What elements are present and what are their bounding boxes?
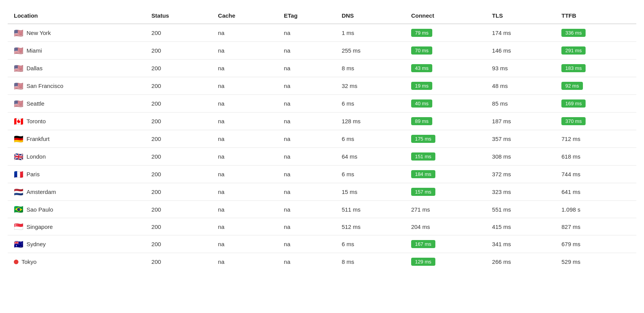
cache-cell: na: [212, 130, 277, 148]
location-name: Miami: [27, 47, 42, 54]
tls-cell: 174 ms: [486, 24, 556, 42]
tls-cell: 48 ms: [486, 77, 556, 95]
connect-badge: 157 ms: [411, 188, 435, 196]
dns-cell: 511 ms: [335, 201, 405, 218]
location-cell: 🇸🇬Singapore: [8, 218, 145, 235]
flag-icon: 🇸🇬: [14, 223, 23, 230]
dns-cell: 8 ms: [335, 60, 405, 77]
tls-cell: 146 ms: [486, 42, 556, 60]
etag-cell: na: [278, 253, 335, 271]
flag-icon: 🇦🇺: [14, 240, 23, 248]
tls-cell: 323 ms: [486, 183, 556, 201]
dns-cell: 512 ms: [335, 218, 405, 235]
column-header-tls: TLS: [486, 8, 556, 24]
connect-badge: 79 ms: [411, 29, 432, 37]
status-cell: 200: [145, 218, 212, 235]
tls-cell: 93 ms: [486, 60, 556, 77]
ttfb-cell: 169 ms: [555, 95, 636, 113]
table-row: 🇬🇧London200nana64 ms151 ms308 ms618 ms: [8, 148, 636, 166]
connect-cell: 175 ms: [405, 130, 486, 148]
connect-badge: 167 ms: [411, 240, 435, 248]
ttfb-badge: 336 ms: [561, 29, 586, 37]
etag-cell: na: [278, 42, 335, 60]
table-row: 🇳🇱Amsterdam200nana15 ms157 ms323 ms641 m…: [8, 183, 636, 201]
location-name: Sydney: [27, 241, 46, 247]
location-name: Dallas: [27, 65, 43, 71]
table-row: 🇺🇸Miami200nana255 ms70 ms146 ms291 ms: [8, 42, 636, 60]
location-cell: 🇦🇺Sydney: [8, 235, 145, 253]
ttfb-cell: 183 ms: [555, 60, 636, 77]
flag-icon: 🇩🇪: [14, 135, 23, 143]
flag-icon: 🇫🇷: [14, 171, 23, 178]
ttfb-cell: 827 ms: [555, 218, 636, 235]
location-cell: 🇨🇦Toronto: [8, 113, 145, 130]
status-cell: 200: [145, 95, 212, 113]
connect-cell: 43 ms: [405, 60, 486, 77]
status-cell: 200: [145, 166, 212, 183]
tls-cell: 187 ms: [486, 113, 556, 130]
ttfb-cell: 336 ms: [555, 24, 636, 42]
location-name: Frankfurt: [27, 136, 50, 142]
connect-cell: 184 ms: [405, 166, 486, 183]
ttfb-cell: 291 ms: [555, 42, 636, 60]
table-row: 🇦🇺Sydney200nana6 ms167 ms341 ms679 ms: [8, 235, 636, 253]
table-row: 🇸🇬Singapore200nana512 ms204 ms415 ms827 …: [8, 218, 636, 235]
connect-badge: 43 ms: [411, 64, 432, 72]
dns-cell: 64 ms: [335, 148, 405, 166]
flag-icon: 🇺🇸: [14, 47, 23, 55]
column-header-ttfb: TTFB: [555, 8, 636, 24]
connect-cell: 157 ms: [405, 183, 486, 201]
status-cell: 200: [145, 130, 212, 148]
ttfb-cell: 1.098 s: [555, 201, 636, 218]
tls-cell: 372 ms: [486, 166, 556, 183]
status-cell: 200: [145, 42, 212, 60]
cache-cell: na: [212, 218, 277, 235]
column-header-status: Status: [145, 8, 212, 24]
location-name: New York: [27, 30, 51, 36]
location-name: Seattle: [27, 100, 45, 107]
connect-cell: 89 ms: [405, 113, 486, 130]
etag-cell: na: [278, 183, 335, 201]
table-row: 🇺🇸New York200nana1 ms79 ms174 ms336 ms: [8, 24, 636, 42]
status-cell: 200: [145, 24, 212, 42]
status-cell: 200: [145, 183, 212, 201]
table-row: 🇺🇸Dallas200nana8 ms43 ms93 ms183 ms: [8, 60, 636, 77]
location-cell: 🇺🇸Dallas: [8, 60, 145, 77]
tls-cell: 551 ms: [486, 201, 556, 218]
status-cell: 200: [145, 77, 212, 95]
column-header-cache: Cache: [212, 8, 277, 24]
column-header-etag: ETag: [278, 8, 335, 24]
dns-cell: 8 ms: [335, 253, 405, 271]
connect-badge: 19 ms: [411, 82, 432, 90]
table-row: 🇧🇷Sao Paulo200nana511 ms271 ms551 ms1.09…: [8, 201, 636, 218]
location-cell: 🇺🇸New York: [8, 24, 145, 42]
location-name: Singapore: [27, 224, 53, 230]
cache-cell: na: [212, 235, 277, 253]
table-header-row: LocationStatusCacheETagDNSConnectTLSTTFB: [8, 8, 636, 24]
connect-badge: 184 ms: [411, 170, 435, 178]
cache-cell: na: [212, 77, 277, 95]
location-name: Sao Paulo: [27, 206, 53, 213]
etag-cell: na: [278, 24, 335, 42]
cache-cell: na: [212, 148, 277, 166]
table-row: 🇺🇸Seattle200nana6 ms40 ms85 ms169 ms: [8, 95, 636, 113]
status-cell: 200: [145, 60, 212, 77]
etag-cell: na: [278, 201, 335, 218]
flag-icon: 🇨🇦: [14, 118, 23, 125]
connect-cell: 40 ms: [405, 95, 486, 113]
ttfb-cell: 618 ms: [555, 148, 636, 166]
dns-cell: 128 ms: [335, 113, 405, 130]
flag-icon: 🇺🇸: [14, 29, 23, 37]
connect-badge: 151 ms: [411, 152, 435, 161]
etag-cell: na: [278, 77, 335, 95]
dns-cell: 6 ms: [335, 130, 405, 148]
flag-icon: 🇺🇸: [14, 82, 23, 90]
dns-cell: 6 ms: [335, 166, 405, 183]
connect-badge: 129 ms: [411, 258, 435, 266]
connect-badge: 89 ms: [411, 117, 432, 125]
etag-cell: na: [278, 95, 335, 113]
column-header-connect: Connect: [405, 8, 486, 24]
tls-cell: 357 ms: [486, 130, 556, 148]
cache-cell: na: [212, 113, 277, 130]
location-cell: 🇧🇷Sao Paulo: [8, 201, 145, 218]
